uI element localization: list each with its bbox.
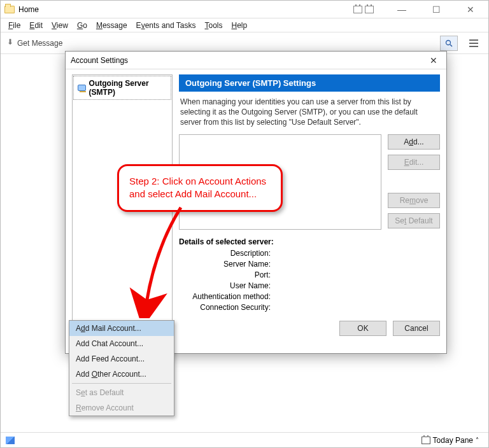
menu-go[interactable]: Go — [77, 21, 87, 30]
menu-events[interactable]: Events and Tasks — [136, 21, 196, 30]
menu-edit[interactable]: Edit — [29, 21, 43, 30]
get-messages-label: Get Message — [17, 39, 62, 48]
tree-item-label: Outgoing Server (SMTP) — [89, 79, 167, 97]
value-port — [274, 270, 440, 279]
details-grid: Description: Server Name: Port: User Nam… — [179, 249, 440, 312]
value-server-name — [274, 260, 440, 269]
titlebar-right: — ☐ ✕ — [353, 1, 488, 18]
dialog-close-button[interactable]: ✕ — [426, 55, 441, 66]
menu-file[interactable]: File — [8, 21, 20, 30]
chevron-up-icon: ˄ — [476, 437, 479, 444]
titlebar: Home — ☐ ✕ — [1, 1, 488, 18]
today-pane-toggle[interactable]: Today Pane ˄ — [417, 434, 483, 447]
dialog-buttons: OK Cancel — [179, 321, 440, 336]
menu-add-other-account[interactable]: Add Other Account... — [69, 367, 174, 382]
search-button[interactable] — [440, 36, 458, 51]
dialog-title: Account Settings — [71, 56, 128, 65]
menu-add-mail-account[interactable]: Add Mail Account... — [69, 321, 174, 336]
details-header: Details of sel↕ected server: — [179, 237, 440, 246]
tasks-icon[interactable] — [365, 6, 374, 13]
close-button[interactable]: ✕ — [457, 1, 485, 18]
label-auth: Authentication method: — [179, 292, 274, 301]
server-buttons-column: Add... Edit... Remove Set Default — [388, 134, 440, 230]
menu-remove-account: Remove Account — [69, 400, 174, 416]
label-server-name: Server Name: — [179, 260, 274, 269]
get-messages-button[interactable]: Get Message — [7, 39, 62, 48]
calendar-icon[interactable] — [353, 6, 362, 13]
remove-server-button[interactable]: Remove — [388, 193, 440, 208]
label-description: Description: — [179, 249, 274, 258]
hamburger-menu-button[interactable] — [465, 36, 482, 51]
set-default-button[interactable]: Set Default — [388, 213, 440, 228]
dialog-titlebar: Account Settings ✕ — [66, 52, 446, 69]
menu-message[interactable]: Message — [96, 21, 127, 30]
menu-add-feed-account[interactable]: Add Feed Account... — [69, 351, 174, 367]
value-auth — [274, 292, 440, 301]
server-icon — [78, 85, 86, 91]
calendar-icon — [422, 437, 430, 444]
calendar-toggle-icons — [353, 6, 374, 13]
maximize-button[interactable]: ☐ — [422, 1, 450, 18]
svg-point-0 — [446, 40, 451, 45]
settings-description: When managing your identities you can us… — [179, 92, 440, 134]
window-title: Home — [18, 5, 39, 14]
search-icon — [445, 39, 453, 47]
menubar: File Edit View Go Message Events and Tas… — [1, 18, 488, 32]
cancel-button[interactable]: Cancel — [393, 321, 440, 336]
statusbar: Today Pane ˄ — [1, 432, 488, 447]
label-port: Port: — [179, 270, 274, 279]
menu-set-default: Set as Default — [69, 385, 174, 400]
add-server-button[interactable]: Add... — [388, 134, 440, 150]
status-indicator-icon — [6, 437, 15, 444]
today-pane-label: Today Pane — [433, 436, 473, 445]
folder-icon — [4, 6, 15, 13]
edit-server-button[interactable]: Edit... — [388, 155, 440, 170]
settings-banner: Outgoing Server (SMTP) Settings — [179, 74, 440, 92]
account-actions-menu: Add Mail Account... Add Chat Account... … — [69, 320, 174, 416]
callout-text: Step 2: Click on Account Actions and sel… — [129, 176, 266, 199]
menu-separator — [72, 383, 171, 384]
menu-add-chat-account[interactable]: Add Chat Account... — [69, 336, 174, 351]
value-description — [274, 249, 440, 258]
download-icon — [7, 39, 15, 47]
menu-tools[interactable]: Tools — [204, 21, 222, 30]
tutorial-callout: Step 2: Click on Account Actions and sel… — [117, 164, 283, 212]
label-user-name: User Name: — [179, 281, 274, 290]
menu-help[interactable]: Help — [231, 21, 247, 30]
menu-view[interactable]: View — [52, 21, 68, 30]
value-security — [274, 303, 440, 312]
label-security: Connection Security: — [179, 303, 274, 312]
svg-line-1 — [450, 45, 452, 46]
tree-item-outgoing-server[interactable]: Outgoing Server (SMTP) — [73, 76, 171, 100]
minimize-button[interactable]: — — [388, 1, 416, 18]
value-user-name — [274, 281, 440, 290]
ok-button[interactable]: OK — [339, 321, 386, 336]
